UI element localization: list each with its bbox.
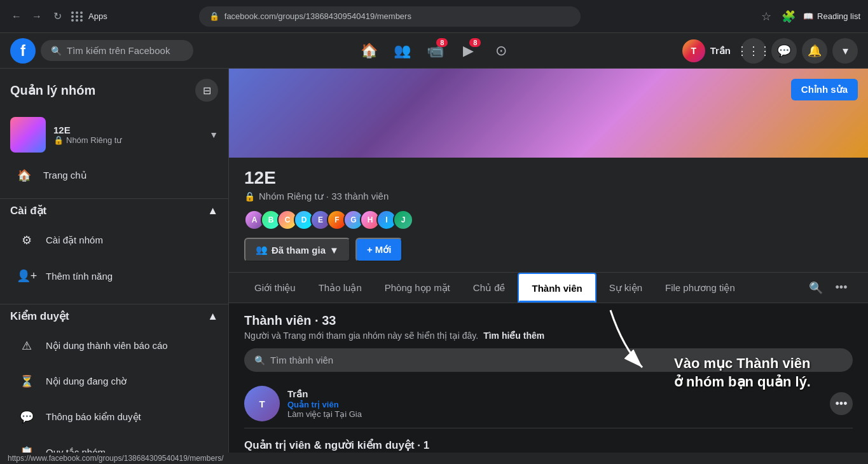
- phong-hop-mat-label: Phòng họp mặt: [385, 282, 450, 293]
- member-avatars-row: A B C D E F G H I J: [244, 210, 853, 230]
- lock-icon: 🔒: [53, 135, 64, 145]
- watch-badge: 8: [469, 38, 481, 47]
- moderation-collapse-arrow[interactable]: ▲: [207, 310, 218, 323]
- member-search-icon: 🔍: [254, 355, 265, 365]
- friends-nav-button[interactable]: 👥: [387, 36, 417, 66]
- sidebar-item-group-settings[interactable]: ⚙ Cài đặt nhóm: [10, 222, 218, 258]
- member-search-input[interactable]: [270, 355, 843, 365]
- group-dropdown-arrow-icon[interactable]: ▼: [209, 130, 218, 140]
- sidebar-item-pending-content[interactable]: ⏳ Nội dung đang chờ: [10, 364, 218, 399]
- file-phuong-tien-label: File phương tiện: [665, 282, 735, 293]
- member-avatar-10: J: [393, 210, 413, 230]
- tab-thanh-vien[interactable]: Thành viên: [518, 273, 596, 303]
- moderation-alerts-label: Thông báo kiểm duyệt: [46, 411, 141, 423]
- sidebar-group-item[interactable]: 12E 🔒 Nhóm Riêng tư ▼: [0, 112, 228, 158]
- address-bar[interactable]: 🔒 facebook.com/groups/138684309540419/me…: [199, 6, 581, 27]
- member-row-0: T Trần Quản trị viên Làm việc tại Tại Gi…: [244, 379, 853, 428]
- user-avatar: T: [682, 39, 705, 62]
- new-post-label: + Mới: [367, 244, 392, 256]
- su-kien-label: Sự kiện: [609, 282, 642, 293]
- pending-content-label: Nội dung đang chờ: [46, 376, 127, 387]
- tab-chu-de[interactable]: Chủ đề: [463, 273, 516, 303]
- facebook-logo[interactable]: f: [10, 38, 36, 64]
- learn-more-link[interactable]: Tìm hiểu thêm: [483, 331, 544, 341]
- sidebar-item-moderation-alerts[interactable]: 💬 Thông báo kiểm duyệt: [10, 399, 218, 435]
- forward-button[interactable]: →: [28, 8, 46, 25]
- facebook-header: f 🔍 🏠 👥 📹 8 ▶ 8 ⊙ T Trần ⋮⋮⋮ 💬 🔔 ▾: [0, 33, 868, 69]
- user-profile-button[interactable]: T Trần: [677, 37, 736, 65]
- video-badge: 8: [436, 38, 448, 47]
- apps-button[interactable]: Apps: [71, 11, 107, 22]
- tab-file-phuong-tien[interactable]: File phương tiện: [655, 273, 745, 303]
- members-section: Thành viên · 33 Người và Trang mới tham …: [229, 303, 868, 464]
- group-cover-photo: Chỉnh sửa: [229, 69, 868, 158]
- browser-actions: ☆ 🧩 📖 Reading list: [759, 7, 860, 26]
- members-header: Thành viên · 33 Người và Trang mới tham …: [244, 313, 853, 341]
- home-nav-button[interactable]: 🏠: [354, 36, 384, 66]
- sidebar-item-home[interactable]: 🏠 Trang chủ: [0, 158, 228, 193]
- left-sidebar: Quản lý nhóm ⊟ 12E 🔒 Nhóm Riêng tư ▼ 🏠 T…: [0, 69, 229, 464]
- browser-nav-buttons: ← → ↻: [8, 8, 66, 25]
- admin-section-title: Quản trị viên & người kiểm duyệt · 1: [244, 439, 853, 452]
- content-wrapper: Chỉnh sửa 12E 🔒 Nhóm Riêng tư · 33 thành…: [229, 69, 868, 464]
- home-icon: 🏠: [13, 164, 36, 187]
- chinhsua-button[interactable]: Chỉnh sửa: [791, 79, 858, 100]
- sidebar-settings-section: Cài đặt ▲ ⚙ Cài đặt nhóm 👤+ Thêm tính nă…: [0, 198, 228, 299]
- reading-list-button[interactable]: 📖 Reading list: [803, 11, 860, 21]
- group-info: 12E 🔒 Nhóm Riêng tư: [53, 125, 202, 145]
- groups-nav-button[interactable]: ⊙: [486, 36, 516, 66]
- reported-icon: ⚠: [15, 334, 38, 357]
- reported-content-label: Nội dung thành viên báo cáo: [46, 340, 168, 351]
- sidebar-manage-icon-button[interactable]: ⊟: [195, 79, 218, 102]
- thanh-vien-label: Thành viên: [532, 283, 582, 294]
- joined-button[interactable]: 👥 Đã tham gia ▼: [244, 238, 350, 262]
- sidebar-item-add-features[interactable]: 👤+ Thêm tính năng: [10, 258, 218, 294]
- group-name-label: 12E: [53, 125, 202, 135]
- user-name: Trần: [710, 45, 731, 57]
- grid-apps-button[interactable]: ⋮⋮⋮: [741, 38, 766, 64]
- tab-gioi-thieu[interactable]: Giới thiệu: [244, 273, 306, 303]
- member-search-bar[interactable]: 🔍: [244, 348, 853, 372]
- video-nav-button[interactable]: 📹 8: [420, 36, 450, 66]
- star-bookmark-icon[interactable]: ☆: [759, 7, 774, 26]
- new-post-button[interactable]: + Mới: [355, 238, 403, 262]
- main-layout: Quản lý nhóm ⊟ 12E 🔒 Nhóm Riêng tư ▼ 🏠 T…: [0, 69, 868, 464]
- browser-chrome: ← → ↻ Apps 🔒 facebook.com/groups/1386843…: [0, 0, 868, 33]
- member-more-button-0[interactable]: •••: [830, 392, 853, 415]
- watch-nav-button[interactable]: ▶ 8: [453, 36, 483, 66]
- notifications-button[interactable]: 🔔: [802, 38, 827, 64]
- member-info-0: Trần Quản trị viên Làm việc tại Tại Gia: [287, 388, 822, 419]
- reading-list-icon: 📖: [803, 11, 813, 21]
- reload-button[interactable]: ↻: [48, 8, 66, 25]
- home-label: Trang chủ: [43, 170, 87, 181]
- pending-icon: ⏳: [15, 370, 38, 393]
- url-text: facebook.com/groups/138684309540419/memb…: [224, 11, 411, 21]
- facebook-search-bar[interactable]: 🔍: [41, 40, 193, 61]
- status-url: https://www.facebook.com/groups/13868430…: [8, 454, 224, 463]
- account-dropdown-button[interactable]: ▾: [832, 38, 858, 64]
- tab-navigation: Giới thiệu Thảo luận Phòng họp mặt Chủ đ…: [229, 273, 868, 303]
- tab-more-button[interactable]: •••: [830, 276, 853, 299]
- group-action-buttons: 👥 Đã tham gia ▼ + Mới: [244, 238, 853, 262]
- tab-su-kien[interactable]: Sự kiện: [599, 273, 652, 303]
- joined-dropdown-arrow: ▼: [329, 245, 339, 256]
- members-count-title: Thành viên · 33: [244, 313, 853, 328]
- search-icon: 🔍: [51, 46, 62, 56]
- members-description: Người và Trang mới tham gia nhóm này sẽ …: [244, 331, 853, 341]
- sidebar-title: Quản lý nhóm: [10, 83, 95, 98]
- search-input[interactable]: [67, 45, 181, 56]
- settings-collapse-arrow[interactable]: ▲: [207, 205, 218, 217]
- tab-search-button[interactable]: 🔍: [804, 276, 827, 299]
- back-button[interactable]: ←: [8, 8, 25, 25]
- messenger-button[interactable]: 💬: [771, 38, 797, 64]
- group-info-bar: 12E 🔒 Nhóm Riêng tư · 33 thành viên A B …: [229, 158, 868, 273]
- extensions-icon[interactable]: 🧩: [779, 7, 798, 26]
- sidebar-moderation-section: Kiểm duyệt ▲ ⚠ Nội dung thành viên báo c…: [0, 304, 228, 464]
- thao-luan-label: Thảo luận: [319, 282, 362, 293]
- main-content: Chỉnh sửa 12E 🔒 Nhóm Riêng tư · 33 thành…: [229, 69, 868, 464]
- tab-thao-luan[interactable]: Thảo luận: [308, 273, 372, 303]
- sidebar-item-reported-content[interactable]: ⚠ Nội dung thành viên báo cáo: [10, 328, 218, 364]
- joined-icon: 👥: [256, 244, 268, 256]
- tab-phong-hop-mat[interactable]: Phòng họp mặt: [375, 273, 460, 303]
- apps-label: Apps: [88, 11, 107, 21]
